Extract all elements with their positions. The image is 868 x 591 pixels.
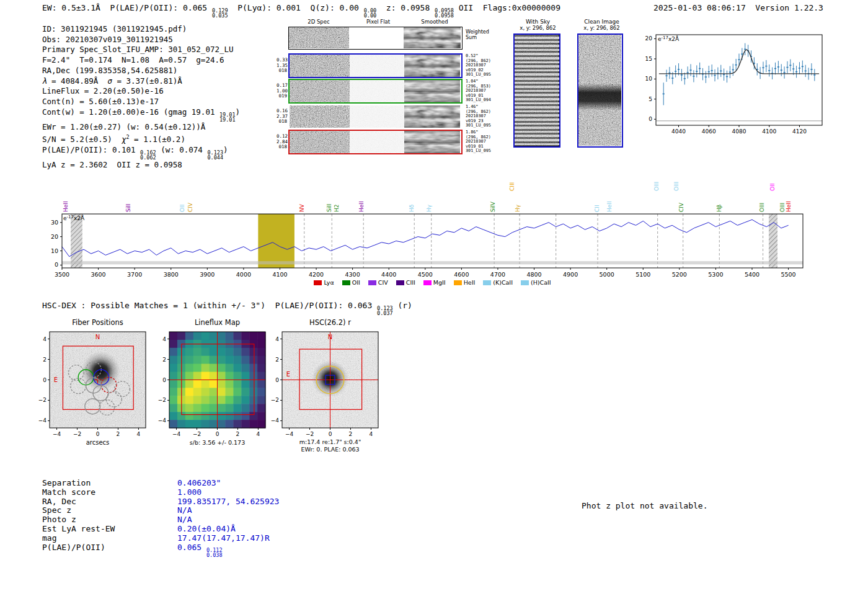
svg-text:2: 2 (275, 357, 279, 363)
match-table-label: Separation (42, 479, 177, 488)
spec2d-row-images (288, 130, 463, 154)
match-table: Separation0.406203"Match score1.000RA, D… (42, 479, 279, 558)
with-sky-image (513, 33, 560, 148)
smoothed-image (404, 80, 460, 102)
hsc-match-summary: HSC-DEX : Possible Matches = 1 (within +… (42, 301, 412, 316)
line-label: CIII (509, 182, 515, 191)
svg-text:5300: 5300 (708, 271, 723, 278)
svg-text:4100: 4100 (762, 128, 776, 135)
spec2d-col-title-smoothed: Smoothed (410, 19, 459, 25)
svg-text:N: N (95, 334, 100, 340)
clean-image-panel: Clean Image x, y: 296, 862 (572, 19, 631, 152)
info-line: S/N = 5.2(±0.5) χ2 = 1.1(±0.2) (42, 132, 240, 145)
svg-text:4800: 4800 (526, 271, 541, 278)
svg-text:0: 0 (96, 431, 100, 437)
info-line: P(LAE)/P(OII): 0.101 0.1620.062 (w: 0.07… (42, 145, 240, 160)
smoothed-image (404, 27, 461, 49)
svg-text:−2: −2 (38, 397, 46, 403)
smoothed-image (404, 55, 460, 77)
spec2d-col-title-pixelflat: Pixel Flat (353, 19, 403, 25)
spec2d-row: 0.171.000191.04"(296, 853)20210307v019_0… (277, 79, 500, 104)
spec2d-image (290, 55, 350, 77)
match-table-row: Match score1.000 (42, 488, 279, 497)
spec2d-row-weights: 0.171.00019 (277, 83, 287, 99)
line-label: OIII (779, 203, 786, 212)
phot-z-note: Phot z plot not available. (582, 501, 708, 510)
info-line: RA,Dec (199.835358,54.625881) (42, 66, 240, 76)
line-label: OIII (759, 203, 765, 212)
match-table-value: N/A (177, 505, 192, 515)
pixel-flat-image (349, 27, 404, 49)
svg-text:4400: 4400 (381, 271, 396, 278)
svg-text:0: 0 (43, 377, 46, 383)
info-line: EWr = 1.20(±0.27) (w: 0.54(±0.12))Å (42, 122, 240, 133)
legend-swatch (521, 280, 529, 285)
info-line: Obs: 20210307v019_3011921945 (42, 35, 240, 45)
svg-text:4: 4 (370, 431, 373, 437)
spec2d-row: 0.331.350180.52"(296, 862)20210307v019_0… (277, 53, 500, 78)
match-table-label: Est LyA rest-EW (42, 525, 177, 534)
spec2d-row-info: 1.46"(296, 862)20210307v019_23301_LU_095 (466, 105, 491, 128)
svg-text:4: 4 (162, 336, 166, 342)
line-label: OII (769, 184, 776, 191)
clean-image-coords: x, y: 296, 862 (572, 25, 631, 31)
match-table-value: 0.065 0.1120.038 (177, 543, 223, 552)
svg-text:−4: −4 (38, 417, 47, 424)
svg-text:5500: 5500 (781, 271, 795, 278)
detection-info-block: ID: 3011921945 (3011921945.pdf)Obs: 2021… (42, 24, 240, 171)
svg-text:5100: 5100 (636, 271, 650, 278)
svg-text:20: 20 (645, 35, 653, 42)
spec2d-image (290, 131, 350, 153)
svg-text:3800: 3800 (164, 271, 179, 278)
svg-text:N: N (328, 334, 332, 340)
svg-text:e-17x2Å: e-17x2Å (63, 215, 85, 221)
legend-swatch (342, 280, 350, 285)
line-label: CII (594, 205, 600, 212)
line-label: Hγ (515, 204, 521, 212)
legend-item: MgII (423, 279, 446, 286)
spec2d-row-images (288, 79, 463, 104)
line-label: CIV (187, 202, 193, 212)
svg-text:4900: 4900 (563, 271, 578, 278)
svg-text:4: 4 (257, 431, 260, 437)
svg-text:−2: −2 (271, 397, 279, 403)
svg-text:2: 2 (43, 357, 46, 363)
pixel-flat-image (350, 131, 404, 153)
svg-text:3900: 3900 (200, 271, 215, 278)
svg-text:−2: −2 (73, 431, 81, 437)
spec2d-row-images (288, 53, 463, 78)
line-label: HeII (63, 201, 69, 212)
svg-text:4: 4 (43, 336, 46, 342)
svg-text:4200: 4200 (309, 271, 324, 278)
line-label: NV (299, 203, 305, 212)
match-table-value: 199.835177, 54.625923 (177, 497, 279, 506)
spec2d-row-images (288, 104, 463, 129)
match-table-label: mag (42, 534, 177, 543)
svg-text:−4: −4 (172, 431, 181, 437)
legend-item: (K)CaII (483, 279, 513, 286)
svg-text:5000: 5000 (600, 271, 614, 278)
svg-text:arcsecs: arcsecs (86, 439, 110, 446)
svg-text:4500: 4500 (418, 271, 433, 278)
match-table-row: RA, Dec199.835177, 54.625923 (42, 497, 279, 507)
line-label: OIII (653, 182, 660, 191)
line-label: OII (179, 205, 185, 212)
line-label: Hδ (409, 204, 415, 212)
info-line: Cont(n) = 5.60(±0.13)e-17 (42, 97, 240, 107)
svg-text:0: 0 (649, 116, 652, 122)
with-sky-coords: x, y: 296, 862 (508, 25, 567, 31)
spec2d-row-weights: 0.122.84018 (277, 134, 287, 150)
spec2d-image (289, 27, 349, 49)
svg-text:4: 4 (275, 336, 279, 342)
line-label: H2 (334, 205, 340, 213)
line-label: SiII (125, 203, 131, 212)
match-table-label: Spec z (42, 506, 177, 515)
line-fit-chart: 4040406040804100412005101520e-17x2Å (631, 25, 830, 151)
info-line: ID: 3011921945 (3011921945.pdf) (42, 24, 240, 35)
svg-text:0: 0 (275, 377, 279, 383)
svg-text:4: 4 (137, 431, 141, 437)
legend-item: OII (342, 279, 360, 286)
svg-text:4000: 4000 (236, 271, 251, 278)
spec2d-image (290, 105, 350, 128)
line-label: SiII (326, 203, 332, 212)
